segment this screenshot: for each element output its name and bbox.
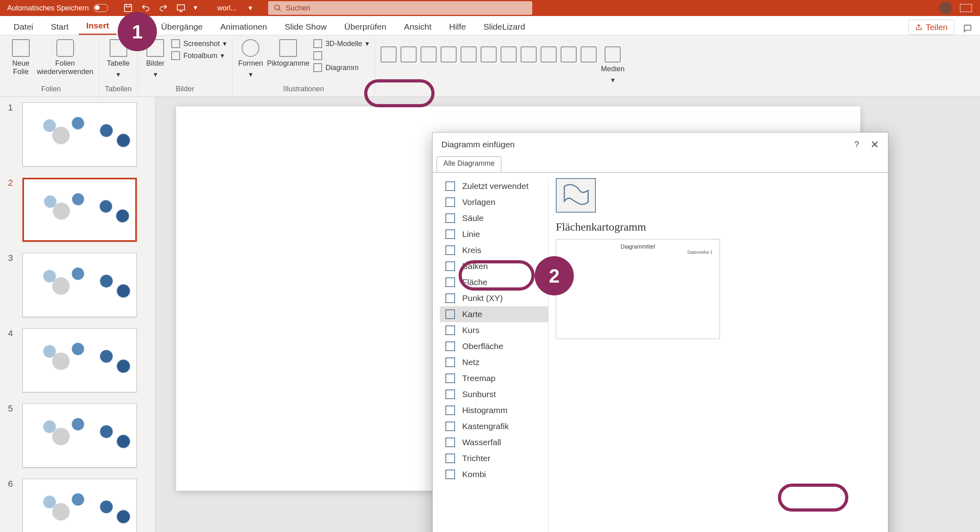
group-illustrationen: Formen▾ Piktogramme 3D-Modelle▾ Diagramm… xyxy=(232,37,375,96)
chart-category-item[interactable]: Oberfläche xyxy=(440,338,548,354)
category-label: Kombi xyxy=(462,470,486,479)
document-name[interactable]: worl... xyxy=(205,4,249,12)
redo-icon[interactable] xyxy=(158,3,168,13)
tab-ueberpruefen[interactable]: Überprüfen xyxy=(337,18,393,35)
chart-category-item[interactable]: Säule xyxy=(440,210,548,226)
category-label: Säule xyxy=(462,213,484,223)
chart-category-item[interactable]: Fläche xyxy=(440,274,548,290)
pictures-button[interactable]: Bilder▾ xyxy=(143,39,167,79)
chart-category-item[interactable]: Karte xyxy=(440,306,548,322)
3dmodels-button[interactable]: 3D-Modelle▾ xyxy=(313,39,369,48)
share-button[interactable]: Teilen xyxy=(908,20,954,35)
svg-point-2 xyxy=(275,5,280,10)
chevron-down-icon: ▾ xyxy=(154,70,157,79)
chart-category-item[interactable]: Sunburst xyxy=(440,386,548,402)
addins-icon[interactable] xyxy=(381,46,397,62)
tab-start[interactable]: Start xyxy=(44,18,76,35)
chart-category-item[interactable]: Kombi xyxy=(440,466,548,482)
chart-category-item[interactable]: Punkt (XY) xyxy=(440,290,548,306)
category-icon xyxy=(445,197,455,207)
category-icon xyxy=(445,277,455,287)
new-slide-button[interactable]: Neue Folie xyxy=(9,39,33,76)
window-restore-icon[interactable] xyxy=(960,4,972,12)
dialog-close-button[interactable]: ✕ xyxy=(870,139,879,151)
reuse-slides-label: Folien wiederverwenden xyxy=(37,59,93,76)
slide-thumbnail[interactable]: 4 xyxy=(0,323,155,398)
slideshow-icon[interactable] xyxy=(176,3,186,13)
zoom-icon[interactable] xyxy=(401,46,417,62)
group-folien: Neue Folie Folien wiederverwenden Folien xyxy=(3,37,99,96)
search-box[interactable]: Suchen xyxy=(268,1,532,15)
category-icon xyxy=(445,293,455,303)
reuse-slides-button[interactable]: Folien wiederverwenden xyxy=(37,39,93,76)
media-button[interactable]: Medien▾ xyxy=(601,46,625,84)
slide-thumbnail[interactable]: 1 xyxy=(0,97,155,172)
tab-ansicht[interactable]: Ansicht xyxy=(397,18,439,35)
slide-thumbnail[interactable]: 2 xyxy=(0,172,155,247)
chart-category-item[interactable]: Histogramm xyxy=(440,402,548,418)
symbol-icon[interactable] xyxy=(581,46,597,62)
action-icon[interactable] xyxy=(441,46,457,62)
chart-button[interactable]: Diagramm xyxy=(313,63,369,72)
slide-number: 2 xyxy=(8,178,15,242)
icons-button[interactable]: Piktogramme xyxy=(267,39,309,68)
link-icon[interactable] xyxy=(421,46,437,62)
slide-thumbnail[interactable]: 5 xyxy=(0,398,155,473)
chart-category-list[interactable]: Zuletzt verwendetVorlagenSäuleLinieKreis… xyxy=(440,178,549,532)
chart-category-item[interactable]: Vorlagen xyxy=(440,194,548,210)
chart-category-item[interactable]: Trichter xyxy=(440,450,548,466)
workspace: 123456 Diagramm einfügen ? ✕ Alle Diagra… xyxy=(0,97,980,532)
chart-preview[interactable]: Diagrammtitel Datenreihe 1 xyxy=(556,239,720,339)
titlebar-right xyxy=(939,2,980,14)
chart-category-item[interactable]: Linie xyxy=(440,226,548,242)
smartart-button[interactable] xyxy=(313,51,369,60)
category-icon xyxy=(445,470,455,479)
chart-label: Diagramm xyxy=(325,64,359,72)
comments-button[interactable] xyxy=(962,24,974,35)
user-avatar[interactable] xyxy=(939,2,952,14)
chart-category-item[interactable]: Kastengrafik xyxy=(440,418,548,434)
chart-subtype-button[interactable] xyxy=(556,178,596,213)
slide-thumbnail[interactable]: 3 xyxy=(0,247,155,323)
comment-icon[interactable] xyxy=(481,46,497,62)
slide-thumb-preview xyxy=(22,178,137,242)
chart-category-item[interactable]: Wasserfall xyxy=(440,434,548,450)
tab-hilfe[interactable]: Hilfe xyxy=(442,18,473,35)
chart-category-item[interactable]: Treemap xyxy=(440,370,548,386)
tab-datei[interactable]: Datei xyxy=(6,18,40,35)
save-icon[interactable] xyxy=(123,3,133,13)
slide-thumbnail-pane[interactable]: 123456 xyxy=(0,97,155,532)
date-icon[interactable] xyxy=(561,46,577,62)
dialog-tab-all[interactable]: Alle Diagramme xyxy=(437,157,501,173)
tab-animationen[interactable]: Animationen xyxy=(213,18,275,35)
textbox-icon[interactable] xyxy=(501,46,517,62)
tab-uebergaenge[interactable]: Übergänge xyxy=(154,18,210,35)
tab-insert[interactable]: Insert xyxy=(79,17,116,35)
chart-category-item[interactable]: Balken xyxy=(440,258,548,274)
group-bilder-label: Bilder xyxy=(176,83,194,96)
chart-category-item[interactable]: Zuletzt verwendet xyxy=(440,178,548,194)
table-label: Tabelle xyxy=(107,59,130,68)
autosave-toggle[interactable] xyxy=(94,4,108,12)
shapes-button[interactable]: Formen▾ xyxy=(238,39,263,79)
undo-icon[interactable] xyxy=(141,3,150,13)
chart-category-item[interactable]: Netz xyxy=(440,354,548,370)
photoalbum-button[interactable]: Fotoalbum▾ xyxy=(171,51,226,60)
tab-slideshow[interactable]: Slide Show xyxy=(277,18,334,35)
doc-dropdown-icon[interactable]: ▾ xyxy=(249,4,252,12)
header-footer-icon[interactable] xyxy=(521,46,537,62)
media-label: Medien xyxy=(601,65,625,73)
slide-thumbnail[interactable]: 6 xyxy=(0,473,155,532)
tab-slidelizard[interactable]: SlideLizard xyxy=(476,18,532,35)
dialog-help-button[interactable]: ? xyxy=(854,139,859,150)
category-icon xyxy=(445,309,455,319)
star-icon[interactable] xyxy=(461,46,477,62)
chart-category-item[interactable]: Kreis xyxy=(440,242,548,258)
qat-overflow-icon[interactable]: ▾ xyxy=(194,3,197,13)
category-icon xyxy=(445,245,455,255)
chart-category-item[interactable]: Kurs xyxy=(440,322,548,338)
screenshot-button[interactable]: Screenshot▾ xyxy=(171,39,226,48)
category-label: Kastengrafik xyxy=(462,422,509,431)
wordart-icon[interactable] xyxy=(541,46,557,62)
table-button[interactable]: Tabelle▾ xyxy=(106,39,130,79)
